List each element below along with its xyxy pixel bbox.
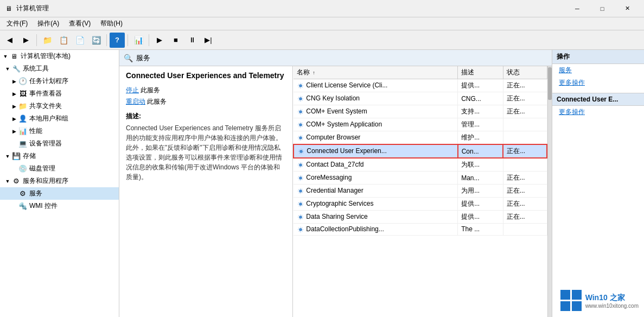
cell-name: Computer Browser [294, 131, 458, 145]
center-panel: 🔍 服务 Connected User Experiences and Tele… [119, 50, 552, 317]
sidebar-label-shared: 共享文件夹 [29, 102, 62, 111]
cell-name: Credential Manager [294, 185, 458, 198]
sidebar-item-disk-mgmt[interactable]: ▶ 💿 磁盘管理 [0, 162, 119, 175]
menu-view[interactable]: 查看(V) [65, 18, 95, 29]
main-layout: ▼ 🖥 计算机管理(本地) ▼ 🔧 系统工具 ▶ 🕐 任务计划程序 ▶ 🖼 事件… [0, 50, 644, 317]
actions-divider-1 [552, 89, 644, 93]
actions-panel: 操作 服务 更多操作 Connected User E... 更多操作 [552, 50, 644, 317]
toolbar-forward[interactable]: ▶ [18, 33, 34, 48]
sidebar-item-local-users[interactable]: ▶ 👤 本地用户和组 [0, 112, 119, 125]
table-row[interactable]: Data Sharing Service提供...正在... [294, 211, 547, 224]
col-desc[interactable]: 描述 [458, 66, 503, 79]
close-button[interactable]: ✕ [615, 0, 640, 17]
window-controls: ─ □ ✕ [565, 0, 640, 17]
actions-link-more-1[interactable]: 更多操作 [552, 77, 644, 89]
sidebar-item-root[interactable]: ▼ 🖥 计算机管理(本地) [0, 50, 119, 62]
stop-link[interactable]: 停止 [126, 86, 139, 94]
sidebar-item-performance[interactable]: ▶ 📊 性能 [0, 125, 119, 137]
sidebar-item-system-tools[interactable]: ▼ 🔧 系统工具 [0, 62, 119, 75]
toolbar-help[interactable]: ? [110, 33, 125, 48]
table-area: 名称 ↑ 描述 状态 Client License Service (Cli..… [293, 66, 547, 317]
cell-status: 正在... [503, 144, 547, 158]
icon-device: 💻 [18, 140, 27, 148]
icon-users: 👤 [18, 115, 27, 123]
maximize-button[interactable]: □ [590, 0, 615, 17]
table-row[interactable]: Client License Service (Cli...提供...正在... [294, 79, 547, 92]
table-row[interactable]: COM+ Event System支持...正在... [294, 105, 547, 118]
icon-shared: 📁 [18, 102, 27, 111]
table-row[interactable]: Cryptographic Services提供...正在... [294, 198, 547, 211]
sidebar-label-event: 事件查看器 [29, 89, 62, 98]
watermark-sub: www.win10xitong.com [585, 303, 639, 309]
svg-point-0 [299, 84, 302, 87]
service-gear-icon [297, 95, 304, 103]
col-status[interactable]: 状态 [503, 66, 547, 79]
svg-point-7 [299, 176, 302, 179]
table-row[interactable]: Contact Data_27cfd为联... [294, 158, 547, 172]
sidebar-item-device-manager[interactable]: ▶ 💻 设备管理器 [0, 137, 119, 150]
restart-text: 此服务 [147, 98, 167, 105]
cell-name: CoreMessaging [294, 172, 458, 185]
toolbar-btn2[interactable]: 📋 [56, 33, 71, 48]
sidebar-label-perf: 性能 [29, 126, 42, 136]
toolbar-btn1[interactable]: 📁 [40, 33, 55, 48]
app-title: 计算机管理 [16, 4, 49, 13]
panel-header-title: 服务 [136, 53, 150, 63]
toolbar-step[interactable]: ▶| [201, 33, 216, 48]
service-gear-icon [297, 226, 304, 233]
sidebar-item-shared-folders[interactable]: ▶ 📁 共享文件夹 [0, 100, 119, 112]
svg-point-8 [299, 189, 302, 192]
sidebar-item-storage[interactable]: ▼ 💾 存储 [0, 150, 119, 162]
toolbar-play[interactable]: ▶ [152, 33, 167, 48]
toolbar: ◀ ▶ 📁 📋 📄 🔄 ? 📊 ▶ ■ ⏸ ▶| [0, 30, 644, 50]
sidebar-label-disk: 磁盘管理 [29, 164, 55, 173]
sidebar-label-task: 任务计划程序 [29, 77, 68, 86]
toolbar-btn3[interactable]: 📄 [72, 33, 87, 48]
sidebar-item-services[interactable]: ▶ ⚙ 服务 [0, 187, 119, 200]
service-gear-icon [297, 200, 304, 208]
desc-text: Connected User Experiences and Telemetry… [126, 123, 286, 182]
menu-file[interactable]: 文件(F) [2, 18, 32, 29]
sidebar-item-services-apps[interactable]: ▼ ⚙ 服务和应用程序 [0, 175, 119, 187]
sidebar-item-wmi[interactable]: ▶ 🔩 WMI 控件 [0, 200, 119, 212]
cell-status: 正在... [503, 211, 547, 224]
table-row[interactable]: Credential Manager为用...正在... [294, 185, 547, 198]
col-name[interactable]: 名称 ↑ [294, 66, 458, 79]
menu-help[interactable]: 帮助(H) [96, 18, 127, 29]
actions-link-services[interactable]: 服务 [552, 64, 644, 77]
toolbar-btn4[interactable]: 🔄 [88, 33, 104, 48]
cell-name: COM+ Event System [294, 105, 458, 118]
table-row[interactable]: CoreMessagingMan...正在... [294, 172, 547, 185]
cell-name: Data Sharing Service [294, 211, 458, 224]
sidebar-label-device: 设备管理器 [29, 139, 62, 148]
table-row[interactable]: COM+ System Application管理... [294, 118, 547, 131]
table-row[interactable]: Computer Browser维护... [294, 131, 547, 145]
table-row[interactable]: DataCollectionPublishing...The ... [294, 224, 547, 236]
table-row[interactable]: CNG Key IsolationCNG...正在... [294, 92, 547, 105]
sort-arrow-name: ↑ [313, 70, 315, 75]
arrow-event: ▶ [11, 91, 17, 97]
minimize-button[interactable]: ─ [565, 0, 590, 17]
scrollbar[interactable] [547, 66, 552, 317]
menu-action[interactable]: 操作(A) [33, 18, 63, 29]
svg-rect-13 [572, 290, 582, 300]
service-table: 名称 ↑ 描述 状态 Client License Service (Cli..… [293, 66, 547, 236]
sidebar-item-task-scheduler[interactable]: ▶ 🕐 任务计划程序 [0, 75, 119, 87]
restart-link[interactable]: 重启动 [126, 98, 145, 105]
service-detail: Connected User Experiences and Telemetry… [119, 66, 293, 317]
toolbar-pause[interactable]: ⏸ [184, 33, 200, 48]
icon-wmi: 🔩 [18, 202, 27, 211]
toolbar-back[interactable]: ◀ [2, 33, 17, 48]
arrow-system: ▼ [4, 66, 11, 72]
table-row[interactable]: Connected User Experien...Con...正在... [294, 144, 547, 158]
actions-link-more-2[interactable]: 更多操作 [552, 106, 644, 118]
svg-rect-12 [560, 290, 570, 300]
icon-svc: ⚙ [18, 189, 27, 198]
svg-point-3 [299, 123, 302, 126]
cell-desc: 为联... [458, 158, 503, 172]
service-gear-icon [297, 108, 304, 116]
toolbar-stop[interactable]: ■ [168, 33, 183, 48]
toolbar-btn5[interactable]: 📊 [131, 33, 146, 48]
sidebar-item-event-viewer[interactable]: ▶ 🖼 事件查看器 [0, 87, 119, 100]
icon-perf: 📊 [18, 127, 27, 136]
